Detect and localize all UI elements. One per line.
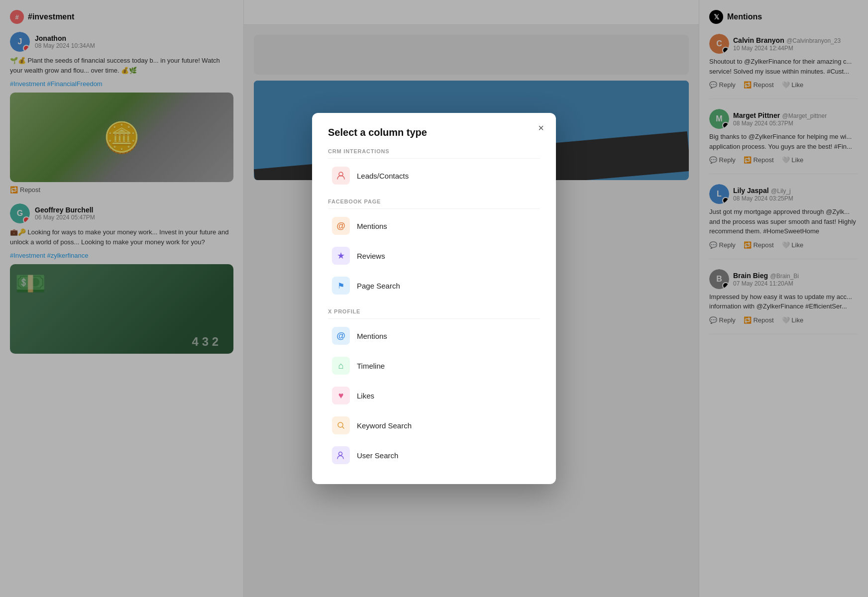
option-label-user-search: User Search <box>357 451 398 460</box>
page-search-icon: ⚑ <box>332 277 350 295</box>
likes-icon: ♥ <box>332 387 350 404</box>
reviews-icon: ★ <box>332 247 350 265</box>
modal-close-button[interactable]: × <box>538 123 544 133</box>
leads-contacts-icon <box>332 167 350 185</box>
option-leads-contacts[interactable]: Leads/Contacts <box>328 161 540 191</box>
option-label-reviews: Reviews <box>357 252 385 260</box>
option-keyword-search[interactable]: Keyword Search <box>328 410 540 440</box>
modal-overlay[interactable]: Select a column type × CRM INTERACTIONS … <box>0 0 868 597</box>
divider-facebook <box>328 208 540 209</box>
keyword-search-icon <box>332 416 350 434</box>
column-type-modal: Select a column type × CRM INTERACTIONS … <box>312 113 556 484</box>
option-reviews[interactable]: ★ Reviews <box>328 241 540 271</box>
section-label-crm: CRM INTERACTIONS <box>328 148 540 154</box>
svg-point-2 <box>339 452 342 456</box>
option-fb-mentions[interactable]: @ Mentions <box>328 211 540 241</box>
option-likes[interactable]: ♥ Likes <box>328 381 540 410</box>
divider-x <box>328 318 540 319</box>
option-label-likes: Likes <box>357 392 374 400</box>
section-label-x: X PROFILE <box>328 308 540 314</box>
option-label-x-mentions: Mentions <box>357 332 387 340</box>
option-x-mentions[interactable]: @ Mentions <box>328 321 540 351</box>
option-label-fb-mentions: Mentions <box>357 222 387 230</box>
option-label-keyword-search: Keyword Search <box>357 421 412 430</box>
section-label-facebook: FACEBOOK PAGE <box>328 199 540 204</box>
timeline-icon: ⌂ <box>332 357 350 375</box>
option-label-timeline: Timeline <box>357 362 385 370</box>
option-timeline[interactable]: ⌂ Timeline <box>328 351 540 381</box>
x-mentions-icon: @ <box>332 327 350 345</box>
fb-mentions-icon: @ <box>332 217 350 235</box>
user-search-icon <box>332 446 350 464</box>
option-user-search[interactable]: User Search <box>328 440 540 470</box>
option-label-page-search: Page Search <box>357 282 400 290</box>
option-page-search[interactable]: ⚑ Page Search <box>328 271 540 300</box>
option-label-leads: Leads/Contacts <box>357 172 409 180</box>
modal-title: Select a column type <box>328 127 540 138</box>
divider-crm <box>328 158 540 159</box>
